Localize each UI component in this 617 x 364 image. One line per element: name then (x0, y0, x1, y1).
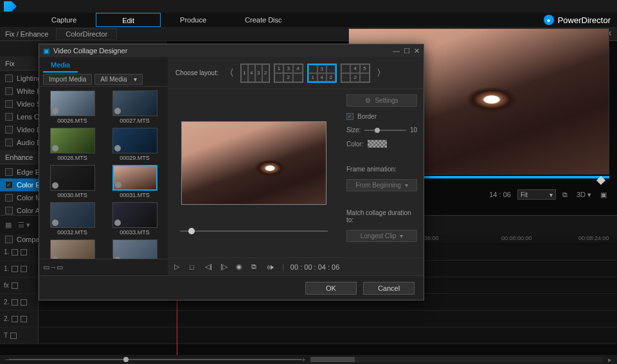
border-checkbox[interactable]: ✓ (346, 113, 353, 120)
lock-icon[interactable] (21, 266, 27, 272)
checkbox[interactable] (5, 207, 13, 214)
checkbox[interactable] (5, 100, 13, 108)
scroll-right-icon[interactable]: ▸ (608, 356, 612, 364)
checkbox[interactable] (5, 168, 13, 176)
settings-button[interactable]: ⚙Settings (346, 94, 417, 107)
fit-select[interactable]: Fit▾ (517, 189, 556, 200)
checkbox[interactable] (5, 194, 13, 202)
dialog-title: Video Collage Designer (53, 47, 127, 55)
track-head[interactable]: 2. (0, 294, 39, 310)
preview-time: 14 : 06 (487, 191, 514, 198)
lock-icon[interactable] (21, 299, 27, 306)
layout-option[interactable]: 1432 (240, 64, 270, 83)
snapshot-icon[interactable]: ▣ (598, 191, 609, 199)
track-head[interactable]: 2. (0, 311, 39, 327)
thumb-image[interactable] (50, 165, 95, 191)
checkbox[interactable] (5, 126, 13, 134)
thumb-image[interactable] (112, 128, 157, 153)
thumb-image[interactable] (50, 128, 95, 153)
bottom-scrollbar[interactable]: − + ▸ (0, 355, 617, 364)
dialog-close-icon[interactable]: ✕ (414, 47, 420, 55)
media-thumb[interactable]: 00032.MTS (43, 202, 102, 236)
zoom-in-icon[interactable]: + (301, 356, 305, 363)
tab-create-disc[interactable]: Create Disc (226, 13, 301, 27)
grid-view-icon[interactable]: ▦ (5, 221, 12, 229)
play-icon[interactable]: ▷ (174, 263, 183, 271)
media-thumb[interactable]: 00030.MTS (43, 165, 102, 198)
media-thumb[interactable]: 00029.MTS (105, 128, 164, 161)
frame-animation-select[interactable]: From Beginning▾ (346, 179, 417, 191)
prev-frame-icon[interactable]: ◁| (205, 263, 214, 271)
camera-icon[interactable]: ◉ (236, 263, 245, 271)
media-thumb[interactable]: 00028.MTS (43, 128, 102, 161)
media-thumb[interactable]: 00027.MTS (105, 91, 164, 124)
thumb-image[interactable] (112, 91, 157, 116)
film-icon[interactable] (12, 249, 18, 256)
stop-icon[interactable]: □ (190, 263, 199, 271)
tab-produce[interactable]: Produce (161, 13, 226, 27)
thumb-image[interactable] (50, 239, 95, 259)
h-scroll-track[interactable] (310, 357, 603, 362)
track-head[interactable]: 1. (0, 244, 39, 260)
design-panel: Choose layout: 〈 143213423142452 〉 ⚙Sett… (168, 57, 424, 275)
lock-icon[interactable] (21, 316, 27, 322)
list-view-icon[interactable]: ☰ ▾ (18, 221, 30, 229)
media-thumb[interactable]: 00033.MTS (105, 202, 164, 236)
track-head[interactable]: T (0, 327, 39, 343)
track-body[interactable] (39, 327, 617, 343)
track-head[interactable]: 1. (0, 261, 39, 277)
3d-toggle[interactable]: 3D ▾ (574, 191, 594, 199)
maximize-icon[interactable]: ☐ (404, 47, 410, 55)
ok-button[interactable]: OK (305, 282, 357, 295)
tab-capture[interactable]: Capture (32, 13, 96, 27)
size-slider[interactable] (364, 130, 406, 131)
media-thumb[interactable] (43, 239, 102, 259)
track-body[interactable] (39, 311, 617, 327)
audio-icon[interactable] (12, 316, 18, 322)
color-director-button[interactable]: ColorDirector (56, 28, 117, 40)
checkbox[interactable] (5, 113, 13, 121)
thumb-image[interactable] (112, 202, 157, 228)
media-thumb[interactable] (105, 239, 164, 259)
canvas-zoom-slider[interactable] (180, 230, 328, 232)
volume-icon[interactable]: 🕪 (267, 263, 276, 271)
next-frame-icon[interactable]: |▷ (220, 263, 229, 271)
storyboard-icon[interactable]: ▭→▭ (43, 263, 63, 272)
media-thumb[interactable]: 00031.MTS (105, 165, 164, 198)
collage-canvas[interactable] (181, 121, 326, 205)
compare-checkbox[interactable] (5, 236, 13, 243)
thumb-image[interactable] (112, 239, 157, 259)
layout-option[interactable]: 452 (341, 64, 370, 83)
color-swatch[interactable] (368, 140, 387, 148)
cancel-button[interactable]: Cancel (363, 282, 415, 295)
match-duration-select[interactable]: Longest Clip▾ (346, 230, 417, 242)
checkbox[interactable]: ✓ (5, 181, 13, 189)
media-tab[interactable]: Media (43, 58, 78, 73)
audio-icon[interactable] (12, 266, 18, 272)
layout-option[interactable]: 1342 (274, 64, 303, 83)
media-thumb[interactable]: 00026.MTS (43, 91, 102, 124)
check-icon[interactable] (21, 249, 27, 256)
minimize-icon[interactable]: — (393, 47, 400, 55)
checkbox[interactable] (5, 139, 13, 146)
lock-icon[interactable] (12, 282, 18, 289)
thumb-image[interactable] (112, 165, 157, 191)
track: 2. (0, 311, 617, 327)
thumb-image[interactable] (50, 91, 95, 116)
layout-next-icon[interactable]: 〉 (377, 67, 386, 79)
checkbox[interactable] (5, 74, 13, 82)
layout-option[interactable]: 3142 (307, 64, 337, 83)
h-scroll-thumb[interactable] (310, 357, 354, 362)
layout-prev-icon[interactable]: 〈 (225, 67, 234, 79)
lock-icon[interactable] (10, 333, 17, 339)
film-icon[interactable] (12, 299, 18, 306)
undock-icon[interactable]: ⧉ (560, 191, 570, 199)
tab-edit[interactable]: Edit (96, 13, 161, 27)
zoom-slider[interactable] (9, 359, 301, 360)
all-media-select[interactable]: All Media▾ (94, 74, 142, 85)
thumb-image[interactable] (50, 202, 95, 228)
import-media-button[interactable]: Import Media (43, 74, 92, 85)
track-head[interactable]: fx (0, 277, 39, 293)
checkbox[interactable] (5, 87, 13, 95)
loop-icon[interactable]: ⧉ (251, 263, 260, 271)
